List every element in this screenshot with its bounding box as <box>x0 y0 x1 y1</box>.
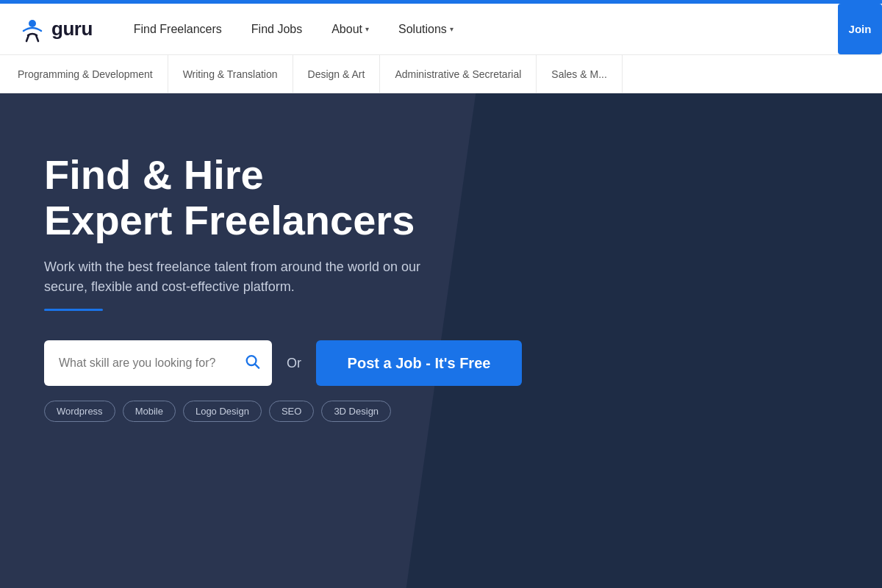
category-design[interactable]: Design & Art <box>293 55 381 93</box>
nav-find-jobs[interactable]: Find Jobs <box>240 17 314 42</box>
solutions-chevron-icon: ▾ <box>450 25 453 33</box>
tag-logo-design[interactable]: Logo Design <box>183 401 262 422</box>
logo-icon <box>18 15 47 44</box>
nav-about[interactable]: About ▾ <box>320 17 381 42</box>
about-chevron-icon: ▾ <box>365 25 369 33</box>
nav-solutions[interactable]: Solutions ▾ <box>387 17 465 42</box>
svg-line-4 <box>255 365 259 368</box>
tag-3d-design[interactable]: 3D Design <box>321 401 391 422</box>
category-writing[interactable]: Writing & Translation <box>168 55 293 93</box>
search-wrapper <box>44 340 272 386</box>
category-administrative[interactable]: Administrative & Secretarial <box>380 55 537 93</box>
tag-wordpress[interactable]: Wordpress <box>44 401 115 422</box>
logo-text: guru <box>51 18 93 40</box>
search-input[interactable] <box>44 340 272 386</box>
logo[interactable]: guru <box>18 15 93 44</box>
main-nav: Find Freelancers Find Jobs About ▾ Solut… <box>122 17 864 42</box>
search-area: Or Post a Job - It's Free <box>44 340 522 386</box>
category-programming[interactable]: Programming & Development <box>18 55 168 93</box>
svg-point-0 <box>29 20 36 27</box>
tag-mobile[interactable]: Mobile <box>123 401 176 422</box>
hero-divider <box>44 309 103 311</box>
hero-section: Find & Hire Expert Freelancers Work with… <box>0 93 882 588</box>
search-icon <box>244 354 260 370</box>
hero-title: Find & Hire Expert Freelancers <box>44 152 522 243</box>
svg-line-2 <box>36 35 38 41</box>
header: guru Find Freelancers Find Jobs About ▾ … <box>0 4 882 55</box>
search-button[interactable] <box>244 354 260 373</box>
nav-find-freelancers[interactable]: Find Freelancers <box>122 17 234 42</box>
post-job-button[interactable]: Post a Job - It's Free <box>316 340 522 386</box>
search-or-label: Or <box>287 356 301 371</box>
header-join-button[interactable]: Join <box>838 4 882 54</box>
category-sales[interactable]: Sales & M... <box>537 55 622 93</box>
hero-content: Find & Hire Expert Freelancers Work with… <box>44 152 522 422</box>
tag-seo[interactable]: SEO <box>269 401 314 422</box>
svg-line-1 <box>26 35 29 41</box>
category-nav: Programming & Development Writing & Tran… <box>0 55 882 93</box>
tag-pills: Wordpress Mobile Logo Design SEO 3D Desi… <box>44 401 522 422</box>
hero-subtitle: Work with the best freelance talent from… <box>44 257 448 297</box>
